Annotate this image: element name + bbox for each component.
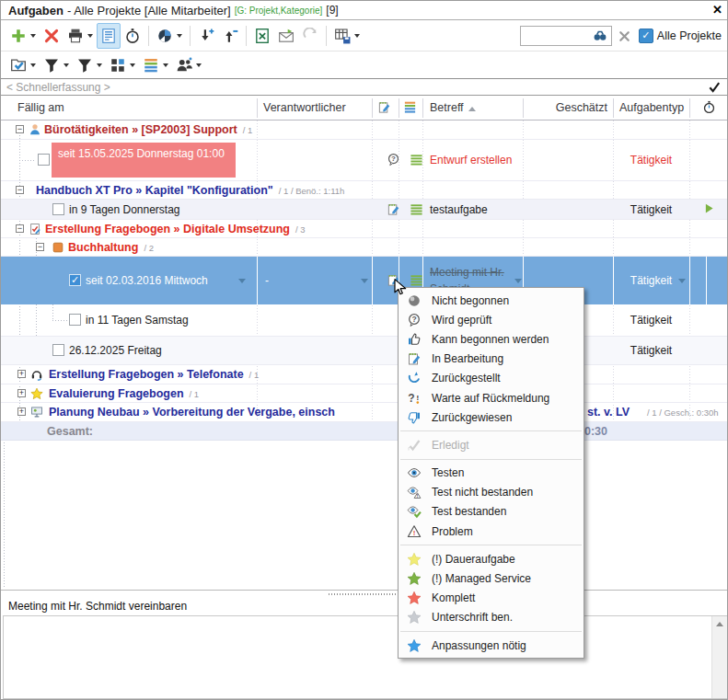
send-mail-button[interactable] bbox=[274, 23, 298, 49]
splitter-handle[interactable] bbox=[329, 593, 402, 595]
table-layout-button[interactable] bbox=[330, 23, 364, 49]
chart-button[interactable] bbox=[153, 23, 186, 49]
delete-task-button[interactable] bbox=[40, 23, 64, 49]
report-view-button[interactable] bbox=[97, 23, 121, 49]
chevron-down-icon[interactable] bbox=[130, 63, 135, 67]
group-row-evaluierung[interactable]: Evaluierung Fragebogen/ 1 bbox=[1, 384, 728, 403]
confirm-check-icon[interactable] bbox=[708, 80, 722, 94]
priority-icon[interactable] bbox=[410, 202, 423, 216]
status-in-progress-icon[interactable] bbox=[387, 202, 400, 216]
collapse-expander-icon[interactable] bbox=[16, 125, 24, 133]
expand-expander-icon[interactable] bbox=[17, 370, 26, 378]
menu-item-warte-auf-rueckmeldung[interactable]: ?!Warte auf Rückmeldung bbox=[399, 388, 584, 407]
menu-item-managed-service[interactable]: (!) Managed Service bbox=[399, 568, 584, 588]
collapse-expander-icon[interactable] bbox=[16, 224, 24, 233]
column-subject[interactable]: Betreff bbox=[430, 101, 476, 114]
start-timer-play-icon[interactable] bbox=[703, 202, 715, 214]
task-type[interactable]: Tätigkeit bbox=[613, 203, 689, 216]
task-subject[interactable]: Entwurf erstellen bbox=[430, 152, 514, 169]
menu-item-kann-begonnen-werden[interactable]: Kann begonnen werden bbox=[399, 329, 584, 349]
task-row-testaufgabe[interactable]: in 9 Tagen Donnerstag testaufgabe Tätigk… bbox=[1, 200, 728, 220]
menu-item-unterschrift-ben[interactable]: Unterschrift ben. bbox=[399, 608, 584, 627]
status-filter-button[interactable] bbox=[106, 52, 139, 78]
timer-column-icon[interactable] bbox=[702, 100, 716, 114]
task-type[interactable]: Tätigkeit bbox=[613, 154, 689, 166]
time-tracking-button[interactable] bbox=[121, 23, 144, 49]
dropdown-caret-icon[interactable] bbox=[238, 279, 246, 283]
group-row-buerotaetigkeiten[interactable]: Bürotätigkeiten » [SP2003] Support/ 1 bbox=[1, 120, 728, 140]
menu-item-test-bestanden[interactable]: Test bestanden bbox=[399, 502, 584, 522]
priority-icon[interactable] bbox=[410, 153, 423, 166]
chevron-down-icon[interactable] bbox=[354, 34, 360, 38]
refresh-button[interactable] bbox=[298, 23, 322, 49]
due-date[interactable]: in 9 Tagen Donnerstag bbox=[69, 203, 180, 216]
chevron-down-icon[interactable] bbox=[97, 63, 102, 67]
search-input[interactable] bbox=[525, 29, 593, 43]
priority-icon[interactable] bbox=[410, 273, 423, 287]
due-date-overdue[interactable]: seit 15.05.2025 Donnerstag 01:00 bbox=[52, 143, 236, 178]
binoculars-icon[interactable] bbox=[593, 29, 607, 43]
task-type[interactable]: Tätigkeit bbox=[613, 344, 689, 357]
project-selection-button[interactable] bbox=[6, 52, 40, 78]
priority-filter-button[interactable] bbox=[139, 52, 172, 78]
menu-item-zurueckgestellt[interactable]: Zurückgestellt bbox=[399, 369, 584, 388]
expand-all-button[interactable] bbox=[194, 23, 218, 49]
clear-search-icon[interactable] bbox=[618, 29, 631, 43]
task-row-in11tagen[interactable]: in 11 Tagen Samstag Tätigkeit bbox=[1, 304, 728, 337]
collapse-all-button[interactable] bbox=[218, 23, 242, 49]
task-checkbox[interactable] bbox=[52, 344, 64, 356]
chevron-down-icon[interactable] bbox=[163, 63, 168, 67]
group-row-buchhaltung[interactable]: Buchhaltung/ 2 bbox=[1, 238, 728, 257]
export-excel-button[interactable] bbox=[250, 23, 274, 49]
filter-button-1[interactable] bbox=[40, 52, 73, 78]
column-due[interactable]: Fällig am bbox=[17, 101, 64, 114]
column-type[interactable]: Aufgabentyp bbox=[619, 101, 684, 114]
all-projects-checkbox[interactable]: ✓ bbox=[639, 29, 653, 43]
task-row-26122025[interactable]: 26.12.2025 Freitag Tätigkeit bbox=[1, 337, 728, 365]
group-row-digitale-umsetzung[interactable]: Erstellung Fragebogen » Digitale Umsetzu… bbox=[1, 220, 728, 238]
task-subject[interactable]: testaufgabe bbox=[430, 203, 488, 216]
quick-entry-input[interactable]: < Schnellerfassung > bbox=[6, 81, 708, 94]
task-type[interactable]: Tätigkeit bbox=[613, 314, 689, 327]
task-checkbox[interactable] bbox=[38, 154, 50, 166]
expand-expander-icon[interactable] bbox=[17, 389, 26, 397]
chevron-down-icon[interactable] bbox=[196, 63, 202, 67]
column-estimated[interactable]: Geschätzt bbox=[523, 101, 607, 114]
print-button[interactable] bbox=[64, 23, 97, 49]
task-checkbox-checked[interactable]: ✓ bbox=[69, 274, 81, 286]
task-row-entwurf[interactable]: seit 15.05.2025 Donnerstag 01:00 ? Entwu… bbox=[1, 140, 728, 181]
due-date[interactable]: 26.12.2025 Freitag bbox=[69, 344, 162, 357]
menu-item-test-nicht-bestanden[interactable]: !Test nicht bestanden bbox=[399, 483, 584, 502]
collapse-expander-icon[interactable] bbox=[16, 186, 24, 194]
due-date[interactable]: seit 02.03.2016 Mittwoch bbox=[86, 274, 208, 287]
status-review-icon[interactable]: ? bbox=[387, 153, 400, 166]
chevron-down-icon[interactable] bbox=[30, 34, 36, 38]
due-date[interactable]: in 11 Tagen Samstag bbox=[86, 314, 189, 327]
expand-expander-icon[interactable] bbox=[17, 407, 26, 416]
chevron-down-icon[interactable] bbox=[177, 34, 182, 38]
responsible-value[interactable]: - bbox=[265, 274, 269, 287]
task-row-selected-meeting[interactable]: ✓ seit 02.03.2016 Mittwoch - Meeting mit… bbox=[1, 257, 728, 304]
task-checkbox[interactable] bbox=[52, 203, 64, 215]
dropdown-caret-icon[interactable] bbox=[361, 279, 368, 283]
group-row-handbuch[interactable]: Handbuch XT Pro » Kapitel "Konfiguration… bbox=[1, 181, 728, 200]
group-row-planung-neubau[interactable]: Planung Neubau » Vorbereitung der Vergab… bbox=[1, 403, 728, 422]
priority-column-icon[interactable] bbox=[403, 100, 417, 114]
scroll-up-button[interactable] bbox=[712, 616, 727, 631]
menu-item-komplett[interactable]: Komplett bbox=[399, 589, 584, 608]
detail-scrollbar[interactable] bbox=[711, 616, 727, 698]
chevron-down-icon[interactable] bbox=[87, 34, 93, 38]
menu-item-in-bearbeitung[interactable]: In Bearbeitung bbox=[399, 350, 584, 369]
menu-item-wird-geprueft[interactable]: ?Wird geprüft bbox=[399, 310, 584, 329]
menu-item-testen[interactable]: Testen bbox=[399, 464, 584, 483]
collapse-expander-icon[interactable] bbox=[36, 243, 44, 251]
menu-item-zurueckgewiesen[interactable]: Zurückgewiesen bbox=[399, 407, 584, 427]
group-row-telefonate[interactable]: Erstellung Fragebogen » Telefonate/ 1 bbox=[1, 365, 728, 384]
chevron-down-icon[interactable] bbox=[64, 63, 69, 67]
close-button[interactable]: ✕ bbox=[712, 3, 722, 17]
resource-filter-button[interactable] bbox=[172, 52, 205, 78]
task-checkbox[interactable] bbox=[69, 314, 81, 326]
dropdown-caret-icon[interactable] bbox=[514, 279, 522, 283]
menu-item-anpassungen-noetig[interactable]: Anpassungen nötig bbox=[399, 636, 584, 655]
new-task-button[interactable] bbox=[6, 23, 40, 49]
